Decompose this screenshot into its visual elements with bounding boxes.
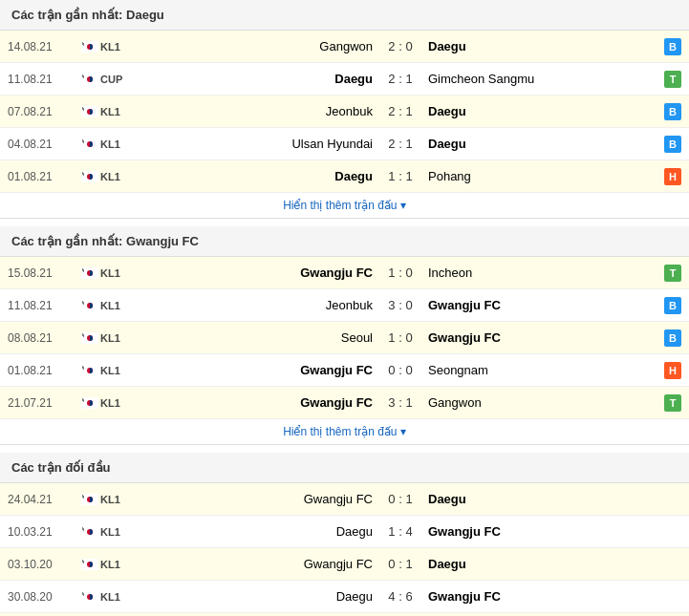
table-row: 11.08.21 CUPDaegu2 : 1Gimcheon SangmuT <box>0 63 689 96</box>
match-score: 0 : 1 <box>380 492 420 506</box>
table-row: 21.07.21 KL1Gwangju FC3 : 1GangwonT <box>0 387 689 419</box>
table-row: 15.08.21 KL1Gwangju FC1 : 0IncheonT <box>0 257 689 289</box>
match-score: 3 : 1 <box>380 395 420 410</box>
country-flag-icon <box>79 494 100 505</box>
home-team: Daegu <box>140 524 380 539</box>
home-team: Jeonbuk <box>140 104 380 118</box>
league-label: KL1 <box>100 332 137 344</box>
match-date: 30.08.20 <box>8 590 79 604</box>
section-header-h2h: Các trận đối đầu <box>0 453 689 483</box>
league-label: KL1 <box>100 171 137 182</box>
home-team: Gwangju FC <box>140 363 380 377</box>
league-label: KL1 <box>100 494 137 505</box>
section-header-daegu: Các trận gần nhất: Daegu <box>0 0 689 31</box>
league-label: KL1 <box>100 397 137 409</box>
league-label: KL1 <box>100 365 137 376</box>
match-score: 2 : 1 <box>380 137 420 151</box>
country-flag-icon <box>79 171 100 182</box>
home-team: Daegu <box>140 589 380 604</box>
match-date: 03.10.20 <box>8 558 79 571</box>
country-flag-icon <box>79 559 100 570</box>
result-badge: B <box>664 329 681 347</box>
match-date: 04.08.21 <box>8 138 79 151</box>
league-label: KL1 <box>100 267 137 279</box>
away-team: Daegu <box>420 557 660 571</box>
league-label: KL1 <box>100 138 137 150</box>
away-team: Seongnam <box>420 363 660 377</box>
away-team: Daegu <box>420 39 660 53</box>
home-team: Ulsan Hyundai <box>140 137 380 151</box>
home-team: Jeonbuk <box>140 298 380 312</box>
match-date: 08.08.21 <box>8 331 79 345</box>
result-badge: B <box>664 38 681 55</box>
match-score: 2 : 1 <box>380 104 420 118</box>
section-daegu: Các trận gần nhất: Daegu14.08.21 KL1Gang… <box>0 0 689 219</box>
away-team: Daegu <box>420 492 660 506</box>
country-flag-icon <box>79 526 100 538</box>
country-flag-icon <box>79 591 100 603</box>
match-date: 11.08.21 <box>8 299 79 312</box>
away-team: Gimcheon Sangmu <box>420 72 660 86</box>
show-more-link[interactable]: Hiển thị thêm trận đấu ▾ <box>0 419 689 445</box>
match-score: 2 : 1 <box>380 72 420 86</box>
match-date: 24.04.21 <box>8 493 79 506</box>
table-row: 14.08.21 KL1Gangwon2 : 0DaeguB <box>0 31 689 63</box>
result-badge: T <box>664 265 681 282</box>
match-score: 1 : 1 <box>380 169 420 183</box>
match-date: 10.03.21 <box>8 525 79 539</box>
match-score: 1 : 4 <box>380 524 420 539</box>
league-label: KL1 <box>100 591 137 603</box>
match-score: 3 : 0 <box>380 298 420 312</box>
show-more-link[interactable]: Hiển thị thêm trận đấu ▾ <box>0 193 689 219</box>
league-label: KL1 <box>100 526 137 538</box>
section-gwangju: Các trận gần nhất: Gwangju FC15.08.21 KL… <box>0 226 689 445</box>
league-label: CUP <box>100 74 137 85</box>
away-team: Gwangju FC <box>420 298 660 312</box>
match-date: 11.08.21 <box>8 73 79 86</box>
country-flag-icon <box>79 300 100 311</box>
show-more-anchor[interactable]: Hiển thị thêm trận đấu ▾ <box>283 199 406 212</box>
result-badge: H <box>664 362 681 379</box>
result-badge: H <box>664 168 681 185</box>
table-row: 24.04.21 KL1Gwangju FC0 : 1Daegu <box>0 483 689 516</box>
match-score: 1 : 0 <box>380 330 420 345</box>
league-label: KL1 <box>100 300 137 311</box>
country-flag-icon <box>79 41 100 53</box>
show-more-anchor[interactable]: Hiển thị thêm trận đấu ▾ <box>283 425 406 438</box>
match-score: 2 : 0 <box>380 39 420 53</box>
home-team: Gwangju FC <box>140 557 380 571</box>
home-team: Gwangju FC <box>140 492 380 506</box>
away-team: Daegu <box>420 137 660 151</box>
match-score: 0 : 1 <box>380 557 420 571</box>
match-date: 14.08.21 <box>8 40 79 53</box>
away-team: Gwangju FC <box>420 330 660 345</box>
match-score: 1 : 0 <box>380 266 420 280</box>
result-badge: B <box>664 136 681 153</box>
table-row: 11.08.21 KL1Jeonbuk3 : 0Gwangju FCB <box>0 289 689 322</box>
table-row: 03.10.20 KL1Gwangju FC0 : 1Daegu <box>0 548 689 581</box>
country-flag-icon <box>79 138 100 150</box>
table-row: 01.08.21 KL1Daegu1 : 1PohangH <box>0 160 689 193</box>
away-team: Pohang <box>420 169 660 183</box>
match-score: 4 : 6 <box>380 589 420 604</box>
section-header-gwangju: Các trận gần nhất: Gwangju FC <box>0 226 689 257</box>
league-label: KL1 <box>100 106 137 117</box>
away-team: Gwangju FC <box>420 589 660 604</box>
table-row: 07.08.21 KL1Jeonbuk2 : 1DaeguB <box>0 96 689 128</box>
home-team: Gwangju FC <box>140 266 380 280</box>
away-team: Incheon <box>420 266 660 280</box>
away-team: Daegu <box>420 104 660 118</box>
match-date: 15.08.21 <box>8 266 79 280</box>
match-date: 01.08.21 <box>8 364 79 377</box>
match-date: 07.08.21 <box>8 105 79 118</box>
league-label: KL1 <box>100 559 137 570</box>
match-date: 01.08.21 <box>8 170 79 183</box>
country-flag-icon <box>79 332 100 344</box>
away-team: Gangwon <box>420 395 660 410</box>
table-row: 08.08.21 KL1Seoul1 : 0Gwangju FCB <box>0 322 689 354</box>
country-flag-icon <box>79 397 100 409</box>
section-h2h: Các trận đối đầu24.04.21 KL1Gwangju FC0 … <box>0 453 689 616</box>
result-badge: B <box>664 103 681 120</box>
match-date: 21.07.21 <box>8 396 79 410</box>
result-badge: T <box>664 394 681 412</box>
